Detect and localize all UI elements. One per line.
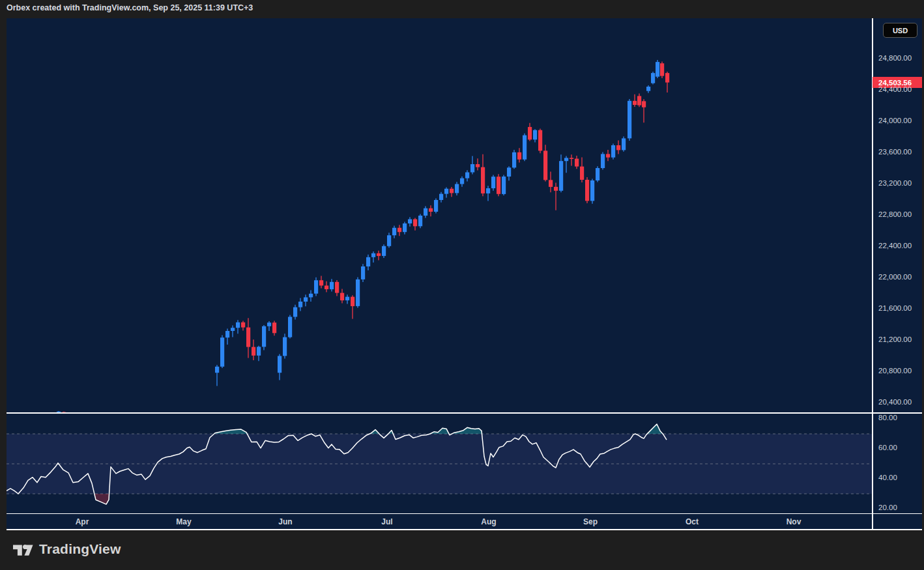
candle [330, 279, 334, 291]
candle [564, 156, 568, 173]
candle [387, 233, 391, 248]
candle [220, 335, 224, 368]
candle [267, 321, 271, 331]
candle [403, 221, 407, 234]
candle [225, 328, 229, 345]
candle [642, 99, 646, 122]
candle [656, 60, 659, 78]
rsi-tick-label: 80.00 [878, 414, 897, 421]
candle [660, 61, 664, 78]
candle [319, 276, 323, 288]
candle [646, 85, 650, 93]
rsi-tick-label: 20.00 [878, 504, 897, 511]
chart-area: AprMayJunJulAugSepOctNov USD 24,503.56 2… [7, 18, 922, 530]
candle [601, 152, 605, 170]
candle [611, 143, 615, 159]
candle [413, 218, 417, 230]
candle [304, 294, 308, 306]
tradingview-chart-screenshot: Orbex created with TradingView.com, Sep … [0, 0, 924, 570]
candle [512, 150, 516, 169]
candle [497, 174, 500, 196]
credit-text: Orbex created with TradingView.com, Sep … [7, 3, 253, 12]
candle [517, 148, 521, 162]
tradingview-logo-text: TradingView [39, 541, 121, 557]
candle [298, 298, 302, 311]
candle [476, 158, 480, 170]
candle [351, 295, 354, 319]
candle [628, 99, 631, 141]
rsi-tick-label: 60.00 [878, 444, 897, 451]
candle [335, 280, 339, 296]
candle [429, 205, 433, 216]
price-tick-label: 21,600.00 [878, 304, 912, 312]
candle [559, 154, 563, 192]
candle [252, 339, 255, 360]
candle [585, 177, 589, 203]
candle [382, 244, 386, 258]
candle [288, 315, 292, 338]
price-tick-label: 22,400.00 [878, 242, 912, 249]
candle [502, 175, 506, 195]
candle [397, 225, 401, 236]
month-label-nov: Nov [787, 517, 801, 526]
candle [633, 94, 637, 107]
candle [272, 321, 276, 335]
candle [340, 289, 344, 304]
month-label-sep: Sep [583, 517, 598, 526]
price-chart-canvas[interactable] [7, 18, 872, 413]
candle [543, 145, 547, 181]
candle [606, 150, 610, 161]
candle [257, 346, 261, 361]
candle [392, 225, 396, 238]
currency-button[interactable]: USD [883, 23, 917, 38]
candle [596, 166, 599, 182]
candle [637, 94, 641, 107]
rsi-panel-canvas[interactable] [7, 414, 872, 513]
price-tick-label: 24,800.00 [878, 54, 912, 62]
price-tick-label: 20,400.00 [878, 398, 912, 406]
candle [481, 154, 485, 197]
candle [465, 170, 469, 181]
rsi-tick-label: 40.00 [878, 474, 897, 481]
candle [377, 251, 381, 261]
candle [314, 278, 318, 296]
month-label-may: May [176, 517, 191, 526]
candle [345, 294, 349, 304]
candle [424, 206, 427, 218]
price-tick-label: 22,000.00 [878, 273, 912, 281]
candle [528, 123, 532, 141]
candle [246, 318, 250, 358]
price-tick-label: 21,200.00 [878, 335, 912, 343]
candle [616, 141, 620, 154]
candle [293, 305, 297, 320]
candle [262, 325, 266, 350]
price-scale-border [872, 18, 873, 530]
candle [523, 134, 527, 161]
candle [434, 198, 438, 213]
candle [570, 154, 573, 165]
candle [575, 156, 579, 169]
candle [215, 365, 219, 386]
candle [361, 264, 365, 282]
candle [538, 129, 542, 154]
candle [486, 186, 490, 201]
month-label-apr: Apr [76, 517, 89, 526]
candle [278, 354, 282, 380]
candle [236, 320, 240, 334]
candle [439, 192, 443, 203]
candle [665, 72, 669, 93]
month-label-oct: Oct [686, 517, 699, 526]
candle [283, 334, 287, 358]
price-tick-label: 23,600.00 [878, 148, 912, 156]
candle [408, 217, 412, 227]
panel-separator-line[interactable] [7, 412, 922, 414]
candle [622, 137, 626, 152]
candle [533, 129, 537, 142]
candle [450, 187, 454, 197]
footer-branding[interactable]: TradingView [13, 541, 121, 557]
candle [651, 72, 655, 85]
candle [444, 188, 448, 198]
candle [356, 278, 360, 308]
candle [580, 158, 584, 183]
candle [554, 182, 558, 210]
